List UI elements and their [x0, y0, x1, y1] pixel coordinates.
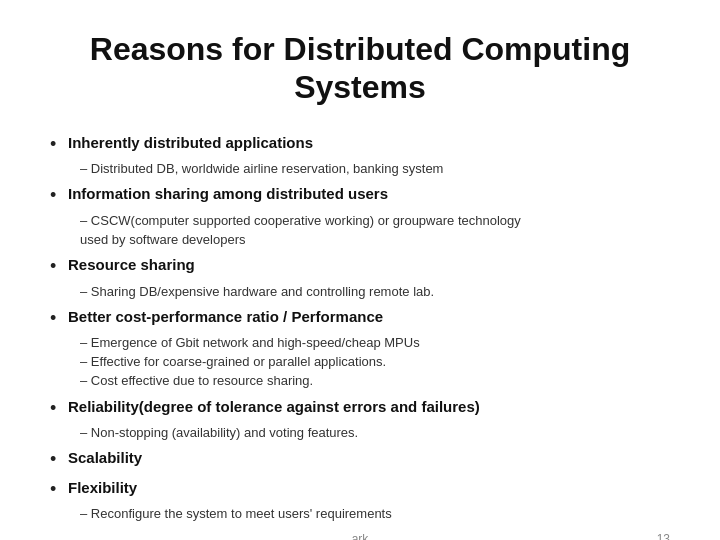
sub-bullet-item: used by software developers — [80, 231, 670, 249]
slide-content: •Inherently distributed applications– Di… — [50, 127, 670, 524]
slide-footer: ark 13 — [50, 532, 670, 540]
bullet-dot: • — [50, 255, 68, 278]
bullet-dot: • — [50, 307, 68, 330]
bullet-text: Inherently distributed applications — [68, 133, 313, 153]
bullet-item: •Better cost-performance ratio / Perform… — [50, 307, 670, 330]
sub-bullet-text: – Non-stopping (availability) and voting… — [80, 424, 358, 442]
sub-bullet-text: – Distributed DB, worldwide airline rese… — [80, 160, 443, 178]
sub-bullet-text: – Cost effective due to resource sharing… — [80, 372, 313, 390]
bullet-dot: • — [50, 184, 68, 207]
sub-bullet-text: – Emergence of Gbit network and high-spe… — [80, 334, 420, 352]
bullet-text: Better cost-performance ratio / Performa… — [68, 307, 383, 327]
bullet-item: •Inherently distributed applications — [50, 133, 670, 156]
sub-bullet-item: – Non-stopping (availability) and voting… — [80, 424, 670, 442]
bullet-text: Flexibility — [68, 478, 137, 498]
bullet-item: •Information sharing among distributed u… — [50, 184, 670, 207]
bullet-text: Reliability(degree of tolerance against … — [68, 397, 480, 417]
bullet-dot: • — [50, 133, 68, 156]
bullet-dot: • — [50, 448, 68, 471]
sub-bullet-text: – Sharing DB/expensive hardware and cont… — [80, 283, 434, 301]
bullet-text: Scalability — [68, 448, 142, 468]
sub-bullet-item: – Distributed DB, worldwide airline rese… — [80, 160, 670, 178]
slide-title: Reasons for Distributed Computing System… — [50, 30, 670, 107]
sub-bullet-text: – CSCW(computer supported cooperative wo… — [80, 212, 521, 230]
footer-label: ark — [352, 532, 369, 540]
sub-bullet-item: – CSCW(computer supported cooperative wo… — [80, 212, 670, 230]
bullet-text: Information sharing among distributed us… — [68, 184, 388, 204]
sub-bullet-item: – Cost effective due to resource sharing… — [80, 372, 670, 390]
sub-bullet-item: – Reconfigure the system to meet users' … — [80, 505, 670, 523]
sub-bullet-text: used by software developers — [80, 231, 245, 249]
slide: Reasons for Distributed Computing System… — [0, 0, 720, 540]
bullet-item: •Reliability(degree of tolerance against… — [50, 397, 670, 420]
bullet-item: •Resource sharing — [50, 255, 670, 278]
bullet-text: Resource sharing — [68, 255, 195, 275]
bullet-dot: • — [50, 478, 68, 501]
bullet-dot: • — [50, 397, 68, 420]
sub-bullet-item: – Effective for coarse-grained or parall… — [80, 353, 670, 371]
sub-bullet-item: – Emergence of Gbit network and high-spe… — [80, 334, 670, 352]
bullet-item: •Flexibility — [50, 478, 670, 501]
sub-bullet-item: – Sharing DB/expensive hardware and cont… — [80, 283, 670, 301]
page-number: 13 — [657, 532, 670, 540]
sub-bullet-text: – Reconfigure the system to meet users' … — [80, 505, 392, 523]
bullet-item: •Scalability — [50, 448, 670, 471]
sub-bullet-text: – Effective for coarse-grained or parall… — [80, 353, 386, 371]
